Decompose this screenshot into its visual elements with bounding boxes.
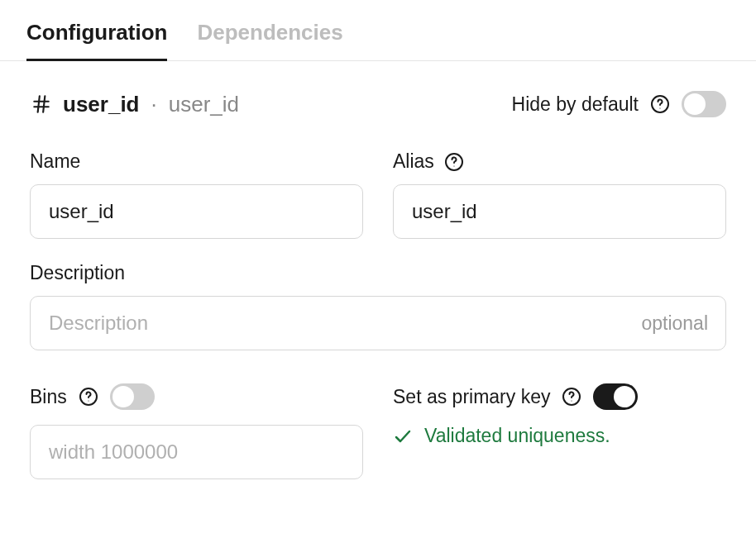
help-icon[interactable] xyxy=(650,94,670,114)
validation-message: Validated uniqueness. xyxy=(424,425,610,447)
configuration-panel: user_id · user_id Hide by default Name xyxy=(0,91,756,509)
primary-key-toggle[interactable] xyxy=(593,383,638,410)
alias-input[interactable] xyxy=(393,184,726,239)
tabs-bar: Configuration Dependencies xyxy=(0,0,756,61)
tab-dependencies[interactable]: Dependencies xyxy=(197,0,342,60)
field-title-secondary: user_id xyxy=(169,92,239,117)
description-input[interactable] xyxy=(30,296,726,350)
field-title-primary: user_id xyxy=(63,92,140,117)
name-label: Name xyxy=(30,150,363,173)
field-title: user_id · user_id xyxy=(30,92,239,117)
svg-point-9 xyxy=(88,400,89,401)
hide-default-label: Hide by default xyxy=(512,93,639,116)
bins-input[interactable] xyxy=(30,425,363,479)
help-icon[interactable] xyxy=(562,387,581,407)
hide-default-control: Hide by default xyxy=(512,91,726,117)
svg-line-2 xyxy=(38,96,40,112)
help-icon[interactable] xyxy=(444,152,464,172)
hide-default-toggle[interactable] xyxy=(682,91,726,117)
bins-label-row: Bins xyxy=(30,383,363,410)
svg-point-7 xyxy=(453,165,454,166)
check-icon xyxy=(393,426,413,446)
description-input-wrapper: optional xyxy=(30,296,726,350)
name-input[interactable] xyxy=(30,184,363,239)
name-group: Name xyxy=(30,150,363,239)
field-header: user_id · user_id Hide by default xyxy=(30,91,726,117)
primary-key-validation: Validated uniqueness. xyxy=(393,425,726,447)
bins-group: Bins xyxy=(30,383,363,479)
alias-label-text: Alias xyxy=(393,150,434,173)
hash-icon xyxy=(30,93,53,116)
description-group: Description optional xyxy=(30,262,726,350)
help-icon[interactable] xyxy=(79,387,98,407)
svg-line-3 xyxy=(43,96,45,112)
form-grid: Name Alias Description optional xyxy=(30,150,726,350)
primary-key-label-row: Set as primary key xyxy=(393,383,726,410)
description-label: Description xyxy=(30,262,726,284)
bottom-row: Bins Set as primary key xyxy=(30,383,726,479)
title-separator: · xyxy=(151,92,157,117)
tab-configuration[interactable]: Configuration xyxy=(26,0,167,60)
svg-point-11 xyxy=(572,400,572,401)
alias-label: Alias xyxy=(393,150,726,173)
svg-point-5 xyxy=(659,107,660,108)
alias-group: Alias xyxy=(393,150,726,239)
primary-key-group: Set as primary key xyxy=(393,383,726,479)
primary-key-label: Set as primary key xyxy=(393,386,550,408)
bins-toggle[interactable] xyxy=(110,383,155,410)
bins-label: Bins xyxy=(30,386,67,408)
